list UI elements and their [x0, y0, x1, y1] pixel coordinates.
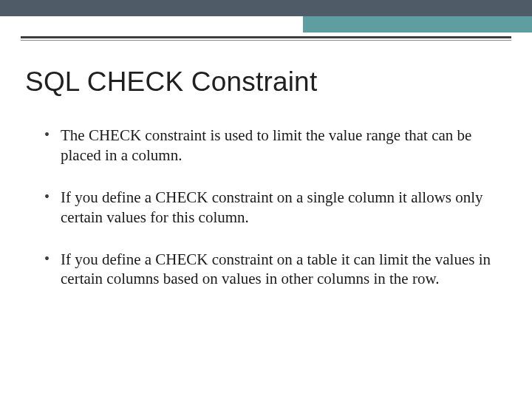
bullet-item: If you define a CHECK constraint on a ta… — [44, 250, 495, 290]
bullet-item: If you define a CHECK constraint on a si… — [44, 188, 495, 228]
top-bar-teal — [303, 16, 532, 33]
divider-thick — [21, 36, 511, 38]
slide: SQL CHECK Constraint The CHECK constrain… — [0, 0, 532, 399]
divider-thin — [21, 40, 511, 41]
bullet-list: The CHECK constraint is used to limit th… — [44, 126, 495, 289]
top-bar-dark — [0, 0, 532, 16]
bullet-item: The CHECK constraint is used to limit th… — [44, 126, 495, 166]
slide-title: SQL CHECK Constraint — [25, 66, 317, 98]
slide-content: The CHECK constraint is used to limit th… — [44, 126, 495, 311]
